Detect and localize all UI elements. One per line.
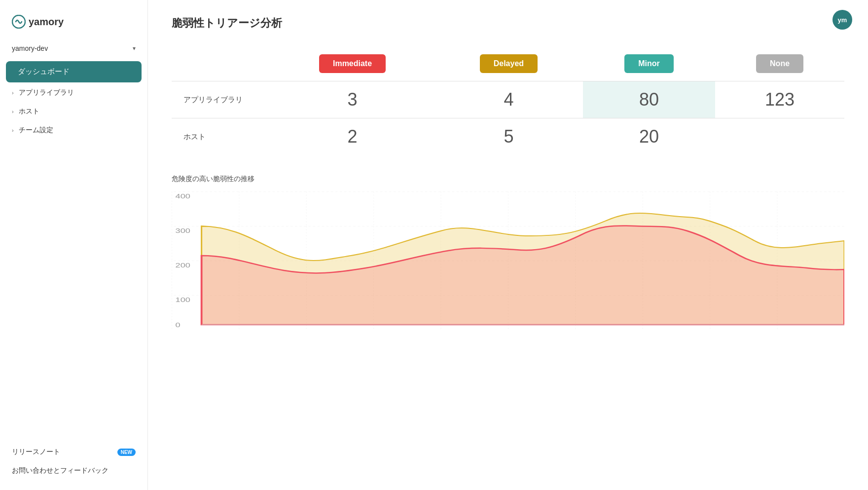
triage-table: Immediate Delayed Minor None アプリライブラリ xyxy=(172,46,844,155)
logo-container: yamory xyxy=(0,10,147,40)
sidebar-item-app-library[interactable]: › アプリライブラリ xyxy=(0,83,147,102)
chevron-right-icon: › xyxy=(12,109,14,114)
chevron-down-icon: ▾ xyxy=(133,45,136,52)
app-library-none: 123 xyxy=(715,81,844,118)
table-row: ホスト 2 5 20 xyxy=(172,118,844,155)
main-content: 脆弱性トリアージ分析 Immediate Delayed Minor N xyxy=(148,0,868,490)
team-settings-label: チーム設定 xyxy=(19,126,53,135)
col-header-minor: Minor xyxy=(583,46,715,81)
none-badge: None xyxy=(756,54,803,73)
host-immediate: 2 xyxy=(270,118,434,155)
chart-section: 危険度の高い脆弱性の推移 400 300 200 100 0 xyxy=(172,175,844,330)
y-label-300: 300 xyxy=(176,227,190,234)
app-library-minor: 80 xyxy=(583,81,715,118)
sidebar-item-feedback[interactable]: お問い合わせとフィードバック xyxy=(0,461,147,480)
y-label-100: 100 xyxy=(176,297,190,303)
y-label-400: 400 xyxy=(176,193,190,199)
workspace-selector[interactable]: yamory-dev ▾ xyxy=(0,40,147,56)
workspace-name: yamory-dev xyxy=(12,44,48,52)
host-none xyxy=(715,118,844,155)
immediate-badge: Immediate xyxy=(319,54,386,73)
chart-container: 400 300 200 100 0 xyxy=(172,191,844,330)
logo-text: yamory xyxy=(29,16,64,28)
page-title: 脆弱性トリアージ分析 xyxy=(172,16,844,31)
chart-svg: 400 300 200 100 0 xyxy=(172,191,844,330)
host-delayed: 5 xyxy=(434,118,583,155)
row-label-host: ホスト xyxy=(172,118,270,155)
sidebar-item-host[interactable]: › ホスト xyxy=(0,102,147,121)
col-header-label xyxy=(172,46,270,81)
minor-badge: Minor xyxy=(624,54,674,73)
chevron-right-icon: › xyxy=(12,127,14,133)
table-header-row: Immediate Delayed Minor None xyxy=(172,46,844,81)
y-label-200: 200 xyxy=(176,262,190,268)
logo-icon xyxy=(12,15,26,29)
col-header-delayed: Delayed xyxy=(434,46,583,81)
app-library-label: アプリライブラリ xyxy=(19,88,74,97)
row-label-app-library: アプリライブラリ xyxy=(172,81,270,118)
feedback-label: お問い合わせとフィードバック xyxy=(12,466,108,475)
header-right: ym xyxy=(832,10,852,30)
app-library-delayed: 4 xyxy=(434,81,583,118)
chevron-right-icon: › xyxy=(12,90,14,96)
host-label: ホスト xyxy=(19,107,39,116)
sidebar: yamory yamory-dev ▾ ダッシュボード › アプリライブラリ ›… xyxy=(0,0,148,490)
chart-title: 危険度の高い脆弱性の推移 xyxy=(172,175,844,184)
app-library-immediate: 3 xyxy=(270,81,434,118)
sidebar-item-release-notes[interactable]: リリースノート NEW xyxy=(0,443,147,461)
new-badge: NEW xyxy=(117,449,136,456)
release-notes-label: リリースノート xyxy=(12,448,60,456)
avatar[interactable]: ym xyxy=(832,10,852,30)
table-row: アプリライブラリ 3 4 80 123 xyxy=(172,81,844,118)
col-header-immediate: Immediate xyxy=(270,46,434,81)
dashboard-label: ダッシュボード xyxy=(18,67,70,75)
triage-section: Immediate Delayed Minor None アプリライブラリ xyxy=(172,46,844,155)
sidebar-item-team-settings[interactable]: › チーム設定 xyxy=(0,121,147,140)
y-label-0: 0 xyxy=(176,322,181,328)
sidebar-bottom: リリースノート NEW お問い合わせとフィードバック xyxy=(0,443,147,480)
host-minor: 20 xyxy=(583,118,715,155)
sidebar-item-dashboard[interactable]: ダッシュボード xyxy=(6,61,142,82)
delayed-badge: Delayed xyxy=(480,54,538,73)
col-header-none: None xyxy=(715,46,844,81)
